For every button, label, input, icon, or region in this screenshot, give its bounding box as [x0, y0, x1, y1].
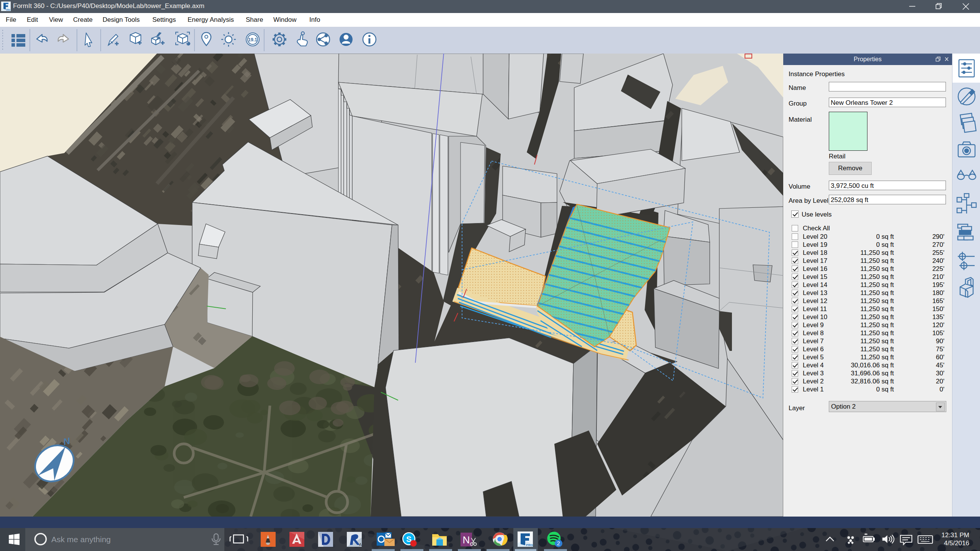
svg-text:N: N	[463, 534, 470, 546]
svg-text:4/5/2016: 4/5/2016	[944, 540, 969, 547]
svg-text:12:31 PM: 12:31 PM	[941, 531, 969, 539]
svg-text:A: A	[359, 543, 362, 547]
svg-text:PRO: PRO	[526, 543, 532, 547]
svg-text:PRO: PRO	[6, 9, 10, 11]
svg-text:Ask me anything: Ask me anything	[51, 535, 111, 544]
svg-text:19.1: 19.1	[248, 37, 257, 42]
svg-text:2: 2	[557, 540, 560, 546]
